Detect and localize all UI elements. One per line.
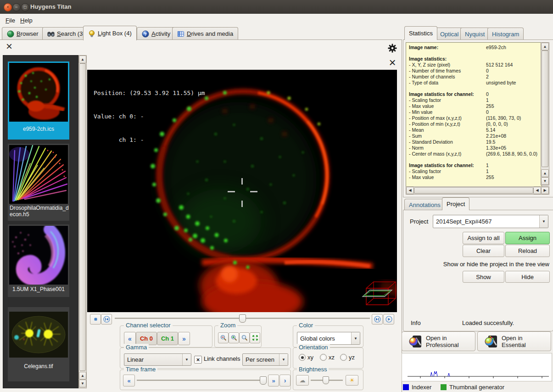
channel-0-label: Ch 0 bbox=[140, 335, 153, 342]
window-close-button[interactable]: × bbox=[4, 3, 12, 11]
stat-row: Image statistics: bbox=[409, 56, 542, 62]
slice-stop-button[interactable] bbox=[90, 314, 101, 325]
tab-project[interactable]: Project bbox=[442, 197, 469, 210]
zoom-out-button[interactable] bbox=[218, 332, 229, 343]
orientation-yz-radio[interactable]: yz bbox=[340, 354, 355, 361]
channel-0-button[interactable]: Ch 0 bbox=[136, 332, 157, 345]
scroll-up-icon[interactable]: ▲ bbox=[79, 56, 86, 63]
scroll-left-icon[interactable]: ◀ bbox=[406, 187, 414, 194]
channel-1-button[interactable]: Ch 1 bbox=[157, 332, 178, 345]
light-box-bulb-icon bbox=[88, 30, 95, 37]
hide-button[interactable]: Hide bbox=[505, 271, 550, 283]
statistics-vscrollbar[interactable]: ▲ ▲ ▼ bbox=[541, 42, 549, 185]
project-select[interactable]: 2014Sept_Exp#4567 ▼ bbox=[433, 215, 548, 228]
tab-optical[interactable]: Optical bbox=[436, 28, 463, 40]
statistics-text-area: Image name:e959-2ch Image statistics: - … bbox=[406, 42, 542, 187]
scroll-left-icon[interactable]: ◀ bbox=[533, 187, 541, 194]
stat-row: - Number of channels2 bbox=[409, 74, 542, 80]
show-button[interactable]: Show bbox=[463, 271, 504, 283]
thumbnail-list-scrollbar[interactable]: ▲ ▲ ▼ bbox=[78, 55, 87, 388]
menu-help[interactable]: Help bbox=[18, 16, 34, 25]
slice-play-button[interactable] bbox=[383, 314, 394, 325]
statistics-hscrollbar[interactable]: ◀ ◀ ▶ bbox=[406, 186, 549, 195]
gamma-legend: Gamma bbox=[124, 344, 149, 351]
browser-globe-icon bbox=[7, 30, 14, 38]
thumbnail-item-drosophila[interactable]: DrosophilaOmmatidia_decon.h5 bbox=[8, 144, 69, 221]
viewer-close-button[interactable]: × bbox=[387, 57, 398, 69]
zoom-reset-button[interactable] bbox=[239, 332, 250, 343]
scroll-down-icon[interactable]: ▼ bbox=[79, 380, 86, 387]
project-select-value: 2014Sept_Exp#4567 bbox=[433, 215, 539, 228]
channel-next-button[interactable]: » bbox=[178, 332, 190, 345]
gamma-mode-select[interactable]: Per screen ▼ bbox=[242, 353, 288, 366]
radio-icon bbox=[340, 354, 347, 361]
thumbnail-image-e959 bbox=[9, 63, 68, 122]
time-slider-handle[interactable] bbox=[260, 376, 267, 385]
reload-button[interactable]: Reload bbox=[505, 245, 550, 257]
menubar: File Help bbox=[0, 14, 553, 26]
window-maximize-button[interactable]: ▢ bbox=[21, 3, 29, 11]
slice-last-button[interactable] bbox=[372, 314, 383, 325]
open-in-essential-button[interactable]: Open in Essential bbox=[477, 331, 551, 351]
scroll-up-icon[interactable]: ▲ bbox=[541, 43, 549, 50]
menu-file[interactable]: File bbox=[4, 16, 17, 25]
brightness-down-button[interactable]: ☁ bbox=[296, 375, 309, 386]
time-first-button[interactable]: « bbox=[123, 375, 135, 386]
assign-button[interactable]: Assign bbox=[505, 232, 550, 244]
tab-nyquist[interactable]: Nyquist bbox=[460, 28, 489, 40]
orientation-xy-radio[interactable]: xy bbox=[299, 354, 313, 361]
assign-to-all-button[interactable]: Assign to all bbox=[463, 232, 504, 244]
scrollbar-thumb[interactable] bbox=[414, 187, 533, 194]
indexer-color-swatch bbox=[403, 384, 409, 390]
scroll-up-icon[interactable]: ▲ bbox=[79, 372, 86, 380]
slice-first-button[interactable] bbox=[101, 314, 112, 325]
activity-sparkline bbox=[402, 353, 551, 380]
color-mode-value: Global colors bbox=[297, 332, 351, 344]
channel-prev-button[interactable]: « bbox=[124, 332, 136, 345]
scroll-down-icon[interactable]: ▼ bbox=[541, 177, 549, 185]
tab-statistics[interactable]: Statistics bbox=[404, 26, 437, 40]
channel-selector-legend: Channel selector bbox=[124, 322, 173, 329]
scroll-right-icon[interactable]: ▶ bbox=[541, 187, 549, 194]
brightness-slider-handle[interactable] bbox=[323, 376, 329, 384]
tab-activity[interactable]: ? Activity bbox=[137, 27, 175, 40]
zoom-in-button[interactable] bbox=[229, 332, 239, 343]
tab-annotations[interactable]: Annotations bbox=[404, 199, 445, 210]
open-in-professional-button[interactable]: Open in Professional bbox=[402, 331, 475, 351]
tab-drives-media[interactable]: Drives and media bbox=[172, 27, 238, 40]
tab-light-box[interactable]: Light Box (4) bbox=[83, 26, 137, 40]
thumbnail-item-phase001[interactable]: 1.5UM X1_Phase001 bbox=[8, 224, 69, 297]
skip-to-end-icon bbox=[374, 316, 381, 323]
huygens-essential-icon bbox=[484, 335, 498, 348]
viewer-settings-button[interactable] bbox=[388, 44, 397, 53]
time-play-button[interactable]: › bbox=[279, 375, 290, 386]
scrollbar-thumb[interactable] bbox=[542, 50, 548, 167]
close-icon: × bbox=[389, 56, 396, 69]
tab-nyquist-label: Nyquist bbox=[465, 31, 485, 38]
tab-histogram[interactable]: Histogram bbox=[487, 28, 524, 40]
image-viewport[interactable]: Position: (29.53 3.92 11.55) µm Value: c… bbox=[87, 70, 397, 312]
lightbox-close-button[interactable]: × bbox=[4, 41, 15, 52]
gamma-select[interactable]: Linear ▼ bbox=[124, 353, 191, 366]
tab-light-box-label: Light Box (4) bbox=[98, 30, 132, 37]
time-fast-forward-button[interactable]: » bbox=[268, 375, 279, 386]
thumbnail-generator-label: Thumbnail generator bbox=[449, 384, 504, 391]
clear-button[interactable]: Clear bbox=[463, 245, 504, 257]
thumbnail-item-celegans[interactable]: Celegans.tif bbox=[8, 307, 69, 381]
zoom-fit-button[interactable] bbox=[250, 332, 260, 343]
time-slider-track[interactable] bbox=[137, 380, 262, 381]
window-minimize-button[interactable]: − bbox=[12, 3, 21, 11]
link-channels-checkbox[interactable]: × bbox=[194, 356, 202, 364]
thumbnail-item-e959[interactable]: e959-2ch.ics bbox=[8, 62, 69, 140]
orientation-xz-radio[interactable]: xz bbox=[320, 354, 335, 361]
scrollbar-thumb[interactable] bbox=[79, 63, 86, 371]
thumbnail-label: Celegans.tif bbox=[9, 363, 68, 370]
tab-browser[interactable]: Browser bbox=[2, 27, 44, 40]
scroll-up-icon[interactable]: ▲ bbox=[541, 169, 549, 177]
huygens-professional-icon bbox=[408, 335, 422, 348]
stat-row: - Number of time frames0 bbox=[409, 68, 542, 74]
slice-slider-handle[interactable] bbox=[239, 314, 246, 323]
color-mode-select[interactable]: Global colors ▼ bbox=[297, 332, 360, 345]
drives-table-icon bbox=[177, 30, 184, 38]
brightness-up-button[interactable]: ☀ bbox=[346, 375, 358, 386]
